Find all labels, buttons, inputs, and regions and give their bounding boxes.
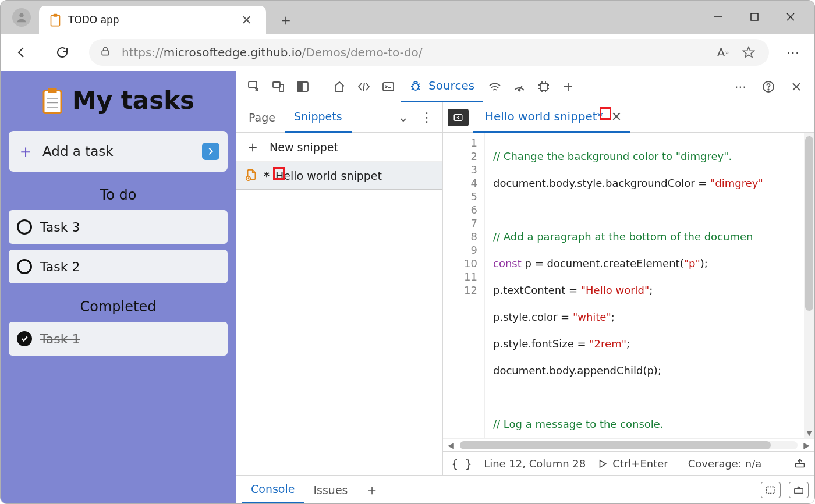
tab-close-icon[interactable]: ✕	[237, 10, 257, 30]
completed-heading: Completed	[9, 299, 228, 315]
read-aloud-icon[interactable]: A»	[713, 42, 733, 62]
scroll-left-icon[interactable]: ◀	[445, 441, 456, 450]
task-checkbox-icon[interactable]	[17, 219, 32, 235]
submit-task-button[interactable]	[202, 143, 219, 160]
code-content[interactable]: // Change the background color to "dimgr…	[485, 133, 814, 438]
back-button[interactable]	[9, 40, 34, 65]
add-task-input[interactable]: ＋ Add a task	[9, 131, 228, 172]
inspect-element-icon[interactable]	[242, 74, 266, 99]
horizontal-scrollbar[interactable]: ◀ ▶	[443, 438, 814, 451]
devtools-help-icon[interactable]	[756, 74, 781, 99]
bug-icon	[409, 73, 423, 98]
svg-line-25	[412, 84, 413, 85]
new-tab-button[interactable]: ＋	[273, 7, 299, 33]
run-snippet-button[interactable]: Ctrl+Enter	[597, 457, 668, 470]
svg-point-30	[519, 89, 520, 91]
todo-app-pane: My tasks ＋ Add a task To do Task 3 Task …	[1, 71, 236, 503]
new-snippet-button[interactable]: ＋ New snippet	[236, 133, 442, 162]
coverage-status: Coverage: n/a	[688, 457, 762, 470]
svg-rect-1	[51, 15, 59, 26]
devtools-toolbar: Sources ⋯	[236, 71, 814, 102]
window-controls	[700, 1, 809, 30]
svg-marker-8	[743, 47, 754, 57]
task-label: Task 3	[40, 220, 80, 235]
toggle-navigator-button[interactable]	[448, 109, 469, 126]
tab-title: TODO app	[68, 14, 119, 26]
sources-tab[interactable]: Sources	[401, 71, 483, 102]
svg-rect-47	[454, 114, 462, 120]
svg-rect-49	[796, 463, 805, 467]
snippet-file-icon	[245, 168, 258, 183]
highlight-box-icon	[600, 107, 611, 120]
svg-rect-18	[297, 82, 302, 91]
snippet-list-item[interactable]: *Hello world snippet	[236, 162, 442, 190]
drawer-expand-icon[interactable]	[789, 482, 809, 498]
address-bar[interactable]: https://microsoftedge.github.io/Demos/de…	[89, 39, 769, 66]
welcome-tab-icon[interactable]	[327, 74, 352, 99]
cursor-position: Line 12, Column 28	[484, 457, 586, 470]
performance-tab-icon[interactable]	[507, 74, 531, 99]
svg-rect-9	[44, 90, 61, 113]
issues-drawer-tab[interactable]: Issues	[304, 476, 357, 504]
tab-favicon-clipboard-icon	[49, 13, 61, 26]
svg-point-22	[413, 83, 419, 90]
devtools-close-icon[interactable]	[784, 74, 809, 99]
svg-line-19	[363, 83, 364, 91]
drawer-action-icon[interactable]	[761, 482, 781, 498]
pretty-print-button[interactable]: { }	[451, 457, 472, 471]
code-editor[interactable]: 123456789101112 // Change the background…	[443, 133, 814, 438]
add-drawer-tab-icon[interactable]: ＋	[357, 481, 387, 499]
task-row[interactable]: Task 2	[9, 250, 228, 283]
file-tab-strip: Hello world snippet* ✕	[443, 102, 814, 133]
task-checkbox-icon[interactable]	[17, 259, 32, 274]
console-tab-icon[interactable]	[376, 74, 401, 99]
line-gutter: 123456789101112	[443, 133, 485, 438]
console-drawer-tab[interactable]: Console	[242, 476, 304, 504]
task-checkbox-checked-icon[interactable]	[17, 331, 32, 346]
scroll-down-icon[interactable]: ▼	[804, 428, 814, 438]
elements-tab-icon[interactable]	[352, 74, 376, 99]
snippets-tab[interactable]: Snippets	[285, 102, 352, 133]
window-maximize-button[interactable]	[736, 4, 773, 30]
svg-marker-48	[600, 460, 607, 467]
task-label: Task 2	[40, 260, 80, 274]
upload-sourcemap-icon[interactable]	[793, 457, 806, 471]
svg-rect-20	[383, 83, 394, 91]
svg-rect-52	[795, 488, 803, 493]
file-tab-name: Hello world snippet*	[485, 109, 603, 123]
browser-tab[interactable]: TODO app ✕	[39, 6, 266, 34]
svg-rect-2	[54, 14, 58, 17]
file-tab[interactable]: Hello world snippet* ✕	[473, 102, 630, 133]
scroll-right-icon[interactable]: ▶	[801, 441, 812, 450]
favorite-star-icon[interactable]	[739, 42, 759, 62]
window-close-button[interactable]	[773, 4, 809, 30]
add-tab-icon[interactable]	[556, 74, 580, 99]
window-minimize-button[interactable]	[700, 4, 736, 30]
vertical-scrollbar[interactable]: ▲ ▼	[804, 133, 814, 438]
network-tab-icon[interactable]	[483, 74, 507, 99]
devtools-more-icon[interactable]: ⋯	[728, 74, 753, 99]
profile-avatar[interactable]	[12, 8, 31, 27]
page-tab[interactable]: Page	[239, 102, 285, 133]
highlight-box-icon	[273, 167, 285, 180]
scrollbar-thumb[interactable]	[805, 136, 813, 311]
chevron-down-icon[interactable]: ⌄	[392, 110, 414, 125]
svg-rect-14	[249, 81, 257, 88]
sources-navigator: Page Snippets ⌄ ⋮ ＋ New snippet *Hello w…	[236, 102, 443, 475]
device-emulation-icon[interactable]	[266, 74, 290, 99]
kebab-menu-icon[interactable]: ⋮	[414, 110, 439, 125]
scrollbar-thumb[interactable]	[460, 441, 771, 449]
svg-line-26	[418, 84, 420, 85]
snippet-name: Hello world snippet	[275, 169, 382, 182]
add-task-placeholder: Add a task	[42, 144, 114, 159]
editor-status-bar: { } Line 12, Column 28 Ctrl+Enter Covera…	[443, 451, 814, 475]
refresh-button[interactable]	[49, 40, 75, 65]
dock-side-icon[interactable]	[290, 74, 315, 99]
svg-rect-4	[751, 13, 758, 20]
navigator-tabs: Page Snippets ⌄ ⋮	[236, 102, 442, 133]
memory-tab-icon[interactable]	[531, 74, 556, 99]
task-row[interactable]: Task 3	[9, 210, 228, 244]
settings-more-button[interactable]: ⋯	[781, 40, 806, 65]
svg-point-43	[768, 89, 769, 90]
task-row-completed[interactable]: Task 1	[9, 322, 228, 356]
